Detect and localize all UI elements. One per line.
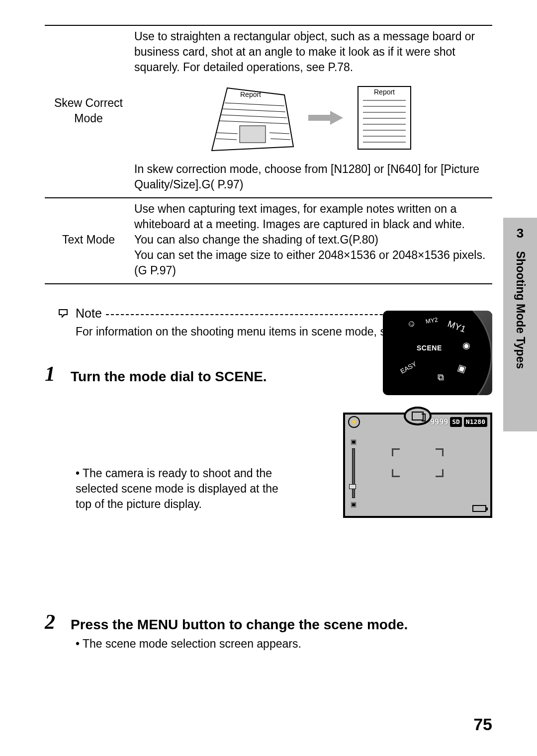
- skew-illustration: Report: [134, 83, 487, 153]
- step-1-bullet: The camera is ready to shoot and the sel…: [76, 466, 284, 512]
- lcd-zoom-bar: ▣ ▣: [348, 437, 359, 509]
- side-tab-chapter: 3: [503, 218, 537, 242]
- step-2-number: 2: [45, 611, 62, 632]
- page-number: 75: [473, 713, 492, 736]
- mode-label-skew: Skew Correct Mode: [45, 25, 129, 198]
- mode-label-text: Text Mode: [45, 198, 129, 284]
- mode-dial-image: SCENE ☺ MY2 MY1 ◉ ▣ ⧉ EASY: [383, 311, 492, 395]
- step-1-number: 1: [45, 363, 62, 384]
- lcd-preview: ⚡ 9999 SD N1280 ▣ ▣: [343, 413, 492, 518]
- svg-rect-6: [240, 126, 266, 143]
- side-tab: 3 Shooting Mode Types: [503, 218, 537, 431]
- svg-text:Report: Report: [374, 88, 395, 96]
- lcd-battery-icon: [472, 505, 486, 512]
- skewed-card-icon: Report: [210, 83, 294, 153]
- lcd-sd-badge: SD: [450, 417, 462, 427]
- note-heading: Note: [76, 305, 102, 322]
- side-tab-title: Shooting Mode Types: [512, 251, 528, 420]
- skew-desc-top: Use to straighten a rectangular object, …: [134, 29, 487, 75]
- mode-desc-text: Use when capturing text images, for exam…: [129, 198, 492, 284]
- skew-desc-bottom: In skew correction mode, choose from [N1…: [134, 162, 487, 192]
- corrected-card-icon: Report: [357, 85, 412, 150]
- lcd-zoom-wide-icon: ▣: [351, 500, 357, 509]
- modes-table: Skew Correct Mode Use to straighten a re…: [45, 25, 492, 284]
- lcd-zoom-tele-icon: ▣: [351, 437, 357, 446]
- arrow-right-icon: [308, 111, 343, 125]
- dial-scene-label: SCENE: [417, 343, 442, 353]
- step-2: 2 Press the MENU button to change the sc…: [45, 611, 492, 652]
- svg-marker-11: [308, 111, 343, 125]
- step-1-title: Turn the mode dial to SCENE.: [71, 363, 267, 386]
- lcd-focus-brackets-icon: [392, 448, 444, 477]
- lcd-mode-indicator-icon: [404, 407, 432, 425]
- svg-text:Report: Report: [240, 90, 261, 98]
- dial-camera-icon: ◉: [462, 339, 470, 351]
- lcd-quality-badge: N1280: [464, 417, 487, 427]
- note-icon: [57, 307, 70, 320]
- lcd-shot-count: 9999: [430, 417, 448, 427]
- step-2-bullet: The scene mode selection screen appears.: [76, 636, 492, 652]
- dial-multi-icon: ⧉: [438, 371, 444, 383]
- lcd-flash-icon: ⚡: [348, 416, 360, 428]
- mode-desc-skew: Use to straighten a rectangular object, …: [129, 25, 492, 198]
- step-2-title: Press the MENU button to change the scen…: [71, 611, 408, 634]
